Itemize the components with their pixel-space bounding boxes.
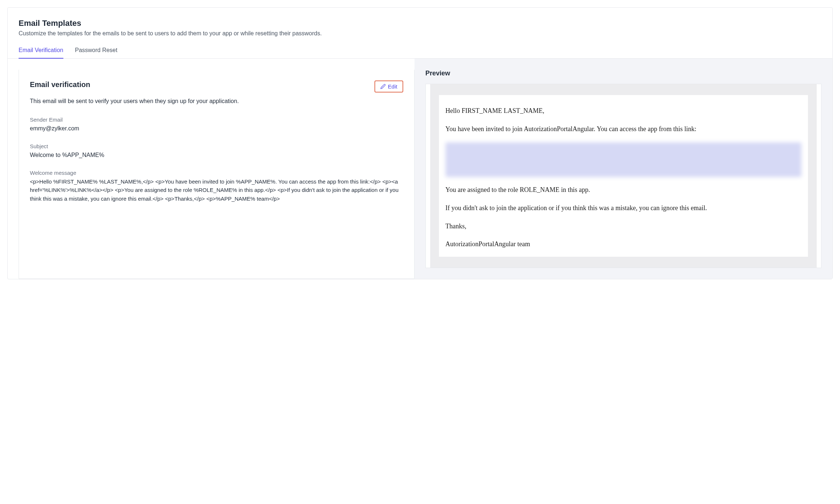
template-details-panel: Email verification Edit This email will … (19, 70, 415, 279)
page-subtitle: Customize the templates for the emails t… (19, 30, 821, 37)
edit-button-label: Edit (388, 83, 397, 90)
section-header: Email verification Edit (30, 80, 403, 92)
preview-role-line: You are assigned to the role ROLE_NAME i… (445, 185, 801, 195)
field-sender-email: Sender Email emmy@zylker.com (30, 117, 403, 133)
preview-content: Hello FIRST_NAME LAST_NAME, You have bee… (439, 95, 808, 257)
welcome-message-value: <p>Hello %FIRST_NAME% %LAST_NAME%,</p> <… (30, 177, 403, 203)
preview-box: Hello FIRST_NAME LAST_NAME, You have bee… (425, 84, 821, 268)
preview-thanks: Thanks, (445, 221, 801, 232)
tab-password-reset[interactable]: Password Reset (75, 47, 118, 59)
field-subject: Subject Welcome to %APP_NAME% (30, 143, 403, 160)
sender-email-value: emmy@zylker.com (30, 124, 403, 133)
sender-email-label: Sender Email (30, 117, 403, 123)
pencil-icon (380, 84, 386, 89)
preview-invite-line: You have been invited to join Autorizati… (445, 124, 801, 134)
subject-label: Subject (30, 143, 403, 149)
edit-button[interactable]: Edit (374, 80, 403, 92)
preview-greeting: Hello FIRST_NAME LAST_NAME, (445, 106, 801, 116)
preview-title: Preview (425, 70, 821, 77)
preview-blurred-link (445, 142, 801, 177)
content-area: Email verification Edit This email will … (8, 59, 832, 279)
field-welcome-message: Welcome message <p>Hello %FIRST_NAME% %L… (30, 170, 403, 203)
section-description: This email will be sent to verify your u… (30, 97, 366, 106)
preview-panel: Preview Hello FIRST_NAME LAST_NAME, You … (415, 59, 832, 279)
welcome-message-label: Welcome message (30, 170, 403, 176)
page-title: Email Templates (19, 19, 821, 28)
tabs: Email Verification Password Reset (8, 47, 832, 59)
subject-value: Welcome to %APP_NAME% (30, 151, 403, 160)
email-templates-container: Email Templates Customize the templates … (7, 7, 833, 279)
tab-email-verification[interactable]: Email Verification (19, 47, 63, 59)
preview-ignore-line: If you didn't ask to join the applicatio… (445, 203, 801, 213)
section-title: Email verification (30, 80, 90, 89)
preview-team: AutorizationPortalAngular team (445, 239, 801, 249)
